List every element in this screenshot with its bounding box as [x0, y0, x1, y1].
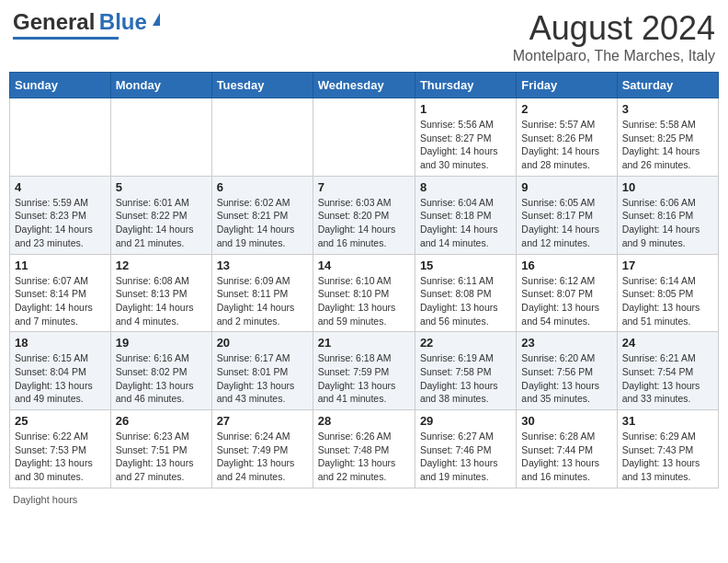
- day-info: Sunrise: 5:57 AM Sunset: 8:26 PM Dayligh…: [521, 118, 611, 172]
- calendar-week-row: 4Sunrise: 5:59 AM Sunset: 8:23 PM Daylig…: [10, 176, 719, 254]
- day-number: 21: [318, 336, 410, 350]
- day-info: Sunrise: 6:27 AM Sunset: 7:46 PM Dayligh…: [420, 430, 511, 484]
- day-info: Sunrise: 6:14 AM Sunset: 8:05 PM Dayligh…: [622, 274, 713, 328]
- day-number: 26: [116, 414, 207, 428]
- day-number: 18: [15, 336, 106, 350]
- calendar-week-row: 11Sunrise: 6:07 AM Sunset: 8:14 PM Dayli…: [10, 254, 719, 332]
- day-number: 23: [521, 336, 611, 350]
- day-header-thursday: Thursday: [415, 73, 516, 98]
- day-info: Sunrise: 6:10 AM Sunset: 8:10 PM Dayligh…: [318, 274, 410, 328]
- day-header-tuesday: Tuesday: [211, 73, 313, 98]
- calendar-cell: 22Sunrise: 6:19 AM Sunset: 7:58 PM Dayli…: [415, 332, 516, 410]
- calendar-cell: 2Sunrise: 5:57 AM Sunset: 8:26 PM Daylig…: [517, 98, 617, 177]
- calendar-week-row: 25Sunrise: 6:22 AM Sunset: 7:53 PM Dayli…: [10, 410, 719, 488]
- day-info: Sunrise: 6:18 AM Sunset: 7:59 PM Dayligh…: [318, 351, 410, 406]
- day-info: Sunrise: 6:19 AM Sunset: 7:58 PM Dayligh…: [420, 351, 511, 406]
- day-number: 31: [622, 414, 713, 428]
- calendar-cell: [211, 98, 313, 177]
- calendar-cell: 3Sunrise: 5:58 AM Sunset: 8:25 PM Daylig…: [617, 98, 718, 177]
- calendar-cell: 17Sunrise: 6:14 AM Sunset: 8:05 PM Dayli…: [617, 254, 718, 332]
- calendar-cell: 7Sunrise: 6:03 AM Sunset: 8:20 PM Daylig…: [313, 176, 415, 254]
- calendar-week-row: 1Sunrise: 5:56 AM Sunset: 8:27 PM Daylig…: [10, 98, 719, 177]
- calendar-cell: 6Sunrise: 6:02 AM Sunset: 8:21 PM Daylig…: [211, 176, 313, 254]
- day-number: 8: [420, 180, 511, 194]
- location-title: Montelparo, The Marches, Italy: [513, 48, 715, 64]
- calendar-cell: 20Sunrise: 6:17 AM Sunset: 8:01 PM Dayli…: [211, 332, 313, 410]
- day-info: Sunrise: 6:08 AM Sunset: 8:13 PM Dayligh…: [116, 274, 207, 328]
- day-info: Sunrise: 6:05 AM Sunset: 8:17 PM Dayligh…: [521, 196, 611, 250]
- day-header-saturday: Saturday: [617, 73, 718, 98]
- day-info: Sunrise: 5:56 AM Sunset: 8:27 PM Dayligh…: [420, 118, 511, 172]
- day-number: 6: [217, 180, 308, 194]
- day-info: Sunrise: 6:28 AM Sunset: 7:44 PM Dayligh…: [521, 430, 611, 484]
- calendar-cell: 5Sunrise: 6:01 AM Sunset: 8:22 PM Daylig…: [110, 176, 211, 254]
- day-number: 7: [318, 180, 410, 194]
- calendar-cell: [110, 98, 211, 177]
- calendar-cell: 13Sunrise: 6:09 AM Sunset: 8:11 PM Dayli…: [211, 254, 313, 332]
- day-number: 3: [622, 102, 713, 116]
- calendar-header-row: SundayMondayTuesdayWednesdayThursdayFrid…: [10, 73, 719, 98]
- day-number: 22: [420, 336, 511, 350]
- calendar-cell: [10, 98, 111, 177]
- calendar-cell: 25Sunrise: 6:22 AM Sunset: 7:53 PM Dayli…: [10, 410, 111, 488]
- calendar-cell: 21Sunrise: 6:18 AM Sunset: 7:59 PM Dayli…: [313, 332, 415, 410]
- calendar-cell: [313, 98, 415, 177]
- day-info: Sunrise: 6:21 AM Sunset: 7:54 PM Dayligh…: [622, 351, 713, 406]
- day-number: 11: [15, 259, 106, 272]
- day-info: Sunrise: 6:16 AM Sunset: 8:02 PM Dayligh…: [116, 351, 207, 406]
- calendar-cell: 11Sunrise: 6:07 AM Sunset: 8:14 PM Dayli…: [10, 254, 111, 332]
- day-header-sunday: Sunday: [10, 73, 111, 98]
- day-number: 25: [15, 414, 106, 428]
- calendar-cell: 27Sunrise: 6:24 AM Sunset: 7:49 PM Dayli…: [211, 410, 313, 488]
- title-area: August 2024 Montelparo, The Marches, Ita…: [513, 9, 715, 64]
- day-info: Sunrise: 6:26 AM Sunset: 7:48 PM Dayligh…: [318, 430, 410, 484]
- calendar-cell: 15Sunrise: 6:11 AM Sunset: 8:08 PM Dayli…: [415, 254, 516, 332]
- day-number: 13: [217, 259, 308, 272]
- day-info: Sunrise: 6:12 AM Sunset: 8:07 PM Dayligh…: [521, 274, 611, 328]
- day-info: Sunrise: 6:17 AM Sunset: 8:01 PM Dayligh…: [217, 351, 308, 406]
- day-number: 2: [521, 102, 611, 116]
- calendar-cell: 14Sunrise: 6:10 AM Sunset: 8:10 PM Dayli…: [313, 254, 415, 332]
- day-number: 14: [318, 259, 410, 272]
- day-info: Sunrise: 6:20 AM Sunset: 7:56 PM Dayligh…: [521, 351, 611, 406]
- day-header-monday: Monday: [110, 73, 211, 98]
- day-number: 28: [318, 414, 410, 428]
- logo: General Blue: [13, 9, 147, 40]
- day-info: Sunrise: 6:03 AM Sunset: 8:20 PM Dayligh…: [318, 196, 410, 250]
- day-info: Sunrise: 5:58 AM Sunset: 8:25 PM Dayligh…: [622, 118, 713, 172]
- calendar-cell: 18Sunrise: 6:15 AM Sunset: 8:04 PM Dayli…: [10, 332, 111, 410]
- calendar-cell: 23Sunrise: 6:20 AM Sunset: 7:56 PM Dayli…: [517, 332, 617, 410]
- day-number: 1: [420, 102, 511, 116]
- day-number: 30: [521, 414, 611, 428]
- calendar-cell: 19Sunrise: 6:16 AM Sunset: 8:02 PM Dayli…: [110, 332, 211, 410]
- calendar-cell: 24Sunrise: 6:21 AM Sunset: 7:54 PM Dayli…: [617, 332, 718, 410]
- day-number: 27: [217, 414, 308, 428]
- day-info: Sunrise: 6:09 AM Sunset: 8:11 PM Dayligh…: [217, 274, 308, 328]
- day-number: 29: [420, 414, 511, 428]
- calendar-cell: 31Sunrise: 6:29 AM Sunset: 7:43 PM Dayli…: [617, 410, 718, 488]
- day-info: Sunrise: 6:22 AM Sunset: 7:53 PM Dayligh…: [15, 430, 106, 484]
- day-number: 17: [622, 259, 713, 272]
- logo-general: General: [13, 9, 95, 34]
- calendar-cell: 4Sunrise: 5:59 AM Sunset: 8:23 PM Daylig…: [10, 176, 111, 254]
- day-info: Sunrise: 6:02 AM Sunset: 8:21 PM Dayligh…: [217, 196, 308, 250]
- calendar-table: SundayMondayTuesdayWednesdayThursdayFrid…: [9, 72, 719, 488]
- day-number: 10: [622, 180, 713, 194]
- calendar-week-row: 18Sunrise: 6:15 AM Sunset: 8:04 PM Dayli…: [10, 332, 719, 410]
- calendar-cell: 30Sunrise: 6:28 AM Sunset: 7:44 PM Dayli…: [517, 410, 617, 488]
- calendar-cell: 10Sunrise: 6:06 AM Sunset: 8:16 PM Dayli…: [617, 176, 718, 254]
- calendar-cell: 29Sunrise: 6:27 AM Sunset: 7:46 PM Dayli…: [415, 410, 516, 488]
- calendar-cell: 9Sunrise: 6:05 AM Sunset: 8:17 PM Daylig…: [517, 176, 617, 254]
- logo-triangle-icon: [153, 13, 160, 26]
- day-number: 24: [622, 336, 713, 350]
- logo-blue: Blue: [99, 9, 147, 34]
- footer-note: Daylight hours: [9, 494, 719, 505]
- day-number: 16: [521, 259, 611, 272]
- day-info: Sunrise: 6:11 AM Sunset: 8:08 PM Dayligh…: [420, 274, 511, 328]
- day-number: 4: [15, 180, 106, 194]
- footer-note-text: Daylight hours: [13, 494, 77, 505]
- day-info: Sunrise: 6:01 AM Sunset: 8:22 PM Dayligh…: [116, 196, 207, 250]
- calendar-cell: 8Sunrise: 6:04 AM Sunset: 8:18 PM Daylig…: [415, 176, 516, 254]
- calendar-cell: 26Sunrise: 6:23 AM Sunset: 7:51 PM Dayli…: [110, 410, 211, 488]
- day-info: Sunrise: 6:23 AM Sunset: 7:51 PM Dayligh…: [116, 430, 207, 484]
